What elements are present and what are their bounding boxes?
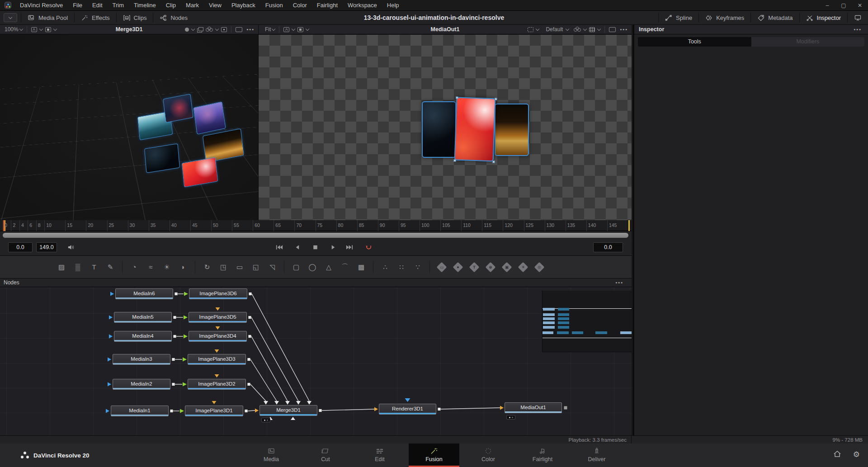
close-button[interactable]: ✕ <box>852 0 868 11</box>
carousel-golden-dune[interactable] <box>495 104 529 156</box>
menu-trim[interactable]: Trim <box>108 0 129 11</box>
carousel-dark-droplets[interactable] <box>422 101 456 158</box>
timeline-scrollbar-thumb[interactable] <box>3 233 628 238</box>
renderer-3d-tool-icon[interactable]: ◎ <box>533 260 546 274</box>
menu-playback[interactable]: Playback <box>226 0 260 11</box>
node-graph[interactable]: MediaIn6ImagePlane3D6MediaIn5ImagePlane3… <box>0 287 632 435</box>
roi-button[interactable] <box>185 28 189 32</box>
node-mediain3[interactable]: MediaIn3 <box>113 354 170 365</box>
selection-handle[interactable] <box>495 98 497 100</box>
particle-noise-tool-icon[interactable]: ∵ <box>411 260 424 274</box>
paint-tool-icon[interactable]: ✎ <box>104 260 117 274</box>
secondary-screen-button[interactable] <box>848 11 868 24</box>
fast-noise-tool-icon[interactable]: ▒ <box>71 260 84 274</box>
selection-handle[interactable] <box>492 160 495 163</box>
channel-select-button[interactable]: A <box>31 27 37 32</box>
range-end-field[interactable]: 149.0 <box>36 242 57 252</box>
node-merge3d1[interactable]: Merge3D1 <box>259 405 317 416</box>
menu-fairlight[interactable]: Fairlight <box>312 0 343 11</box>
bspline-mask-tool-icon[interactable]: ⌒ <box>339 260 351 274</box>
node-imageplane3d6[interactable]: ImagePlane3D6 <box>189 288 247 299</box>
page-tab-edit[interactable]: Edit <box>354 443 405 466</box>
page-tab-media[interactable]: Media <box>246 443 297 466</box>
view-layout-button[interactable] <box>45 27 51 32</box>
proxy-button[interactable] <box>528 27 533 32</box>
transform-tool-icon[interactable]: ↻ <box>201 260 213 274</box>
current-frame-field[interactable]: 0.0 <box>593 242 623 252</box>
paint-mask-tool-icon[interactable]: ▩ <box>355 260 368 274</box>
text-plus-tool-icon[interactable]: T <box>88 260 100 274</box>
node-mediain6[interactable]: MediaIn6 <box>115 288 173 299</box>
carousel-red-abstract[interactable] <box>454 97 496 162</box>
menu-timeline[interactable]: Timeline <box>129 0 161 11</box>
frame-button[interactable] <box>236 27 242 32</box>
menu-edit[interactable]: Edit <box>87 0 107 11</box>
go-to-start-button[interactable] <box>272 241 286 253</box>
minimize-button[interactable]: – <box>819 0 835 11</box>
toolbar-toggle-button[interactable] <box>4 13 17 22</box>
crop-tool-icon[interactable]: ◱ <box>250 260 262 274</box>
image-plane-3d-tool-icon[interactable]: ▭ <box>435 260 448 274</box>
page-tab-cut[interactable]: Cut <box>300 443 351 466</box>
selection-handle[interactable] <box>453 159 456 161</box>
project-settings-button[interactable]: ⚙ <box>853 450 860 459</box>
inspector-options-menu[interactable]: ••• <box>854 27 862 32</box>
text-3d-tool-icon[interactable]: T <box>468 260 481 274</box>
menu-mark[interactable]: Mark <box>181 0 204 11</box>
nodes-panel-options-menu[interactable]: ••• <box>615 280 623 285</box>
page-tab-color[interactable]: Color <box>463 443 514 466</box>
project-home-button[interactable] <box>833 450 841 459</box>
frame-button[interactable] <box>609 27 616 32</box>
inspector-button[interactable]: Inspector <box>800 11 847 24</box>
node-mediain5[interactable]: MediaIn5 <box>114 312 172 323</box>
polygon-mask-tool-icon[interactable]: △ <box>322 260 335 274</box>
go-to-end-button[interactable] <box>343 241 356 253</box>
timeline-ruler[interactable]: 0246810152025303540455055606570758085909… <box>0 220 632 231</box>
color-corrector-tool-icon[interactable]: ◔ <box>128 260 141 274</box>
selection-handle[interactable] <box>456 96 458 99</box>
stop-button[interactable] <box>308 241 322 253</box>
node-imageplane3d4[interactable]: ImagePlane3D4 <box>189 331 247 342</box>
color-controls-button[interactable] <box>206 27 213 32</box>
grid-overlay-button[interactable] <box>589 27 595 32</box>
node-imageplane3d3[interactable]: ImagePlane3D3 <box>188 354 246 365</box>
page-tab-deliver[interactable]: Deliver <box>571 443 622 466</box>
ellipse-mask-tool-icon[interactable]: ◯ <box>306 260 319 274</box>
step-back-button[interactable] <box>290 241 304 253</box>
shape-3d-tool-icon[interactable]: ● <box>452 260 464 274</box>
right-viewer-zoom-select[interactable]: Fit <box>265 26 271 33</box>
layers-button[interactable] <box>197 27 203 32</box>
particle-render-tool-icon[interactable]: ∷ <box>395 260 408 274</box>
inspector-tab-modifiers[interactable]: Modifiers <box>751 37 865 47</box>
left-viewer-options-menu[interactable]: ••• <box>246 27 255 32</box>
channel-select-button[interactable]: A <box>283 27 289 32</box>
color-controls-button[interactable] <box>574 27 581 32</box>
dve-tool-icon[interactable]: ◳ <box>217 260 230 274</box>
particle-emitter-tool-icon[interactable]: ∴ <box>379 260 392 274</box>
node-imageplane3d2[interactable]: ImagePlane3D2 <box>188 379 246 390</box>
camera-3d-tool-icon[interactable]: ▣ <box>500 260 513 274</box>
menu-davinci-resolve[interactable]: DaVinci Resolve <box>15 0 68 11</box>
node-imageplane3d5[interactable]: ImagePlane3D5 <box>189 312 247 323</box>
keyframes-button[interactable]: Keyframes <box>699 11 750 24</box>
audio-mute-button[interactable] <box>64 241 78 253</box>
menu-file[interactable]: File <box>68 0 87 11</box>
node-mediaout1[interactable]: MediaOut1 <box>505 402 562 413</box>
menu-workspace[interactable]: Workspace <box>343 0 382 11</box>
play-button[interactable] <box>326 241 340 253</box>
right-viewer-output-viewport[interactable] <box>259 35 632 220</box>
menu-view[interactable]: View <box>204 0 226 11</box>
lut-select[interactable]: Default <box>546 26 563 33</box>
nodes-button[interactable]: Nodes <box>153 11 194 24</box>
rectangle-mask-tool-icon[interactable]: ▢ <box>290 260 302 274</box>
node-graph-navigator[interactable] <box>542 291 632 352</box>
effects-button[interactable]: Effects <box>75 11 116 24</box>
spline-button[interactable]: Spline <box>659 11 698 24</box>
left-viewer-zoom-select[interactable]: 100% <box>5 26 19 33</box>
page-tab-fusion[interactable]: Fusion <box>409 443 459 467</box>
right-viewer-options-menu[interactable]: ••• <box>620 27 628 32</box>
guides-button[interactable] <box>221 27 227 32</box>
node-imageplane3d1[interactable]: ImagePlane3D1 <box>185 406 243 416</box>
left-viewer-3d-viewport[interactable]: x Perspective <box>0 35 259 220</box>
brightness-contrast-tool-icon[interactable]: ☀ <box>160 260 173 274</box>
